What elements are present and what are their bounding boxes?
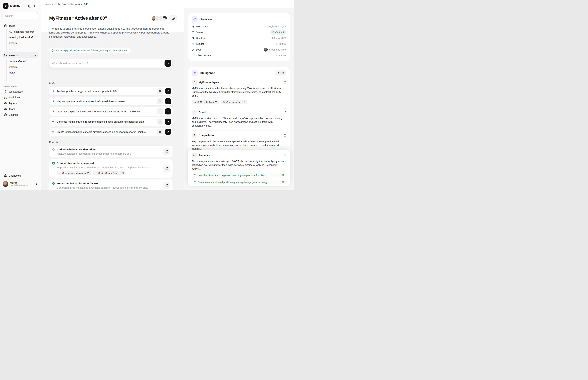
sidebar-bottom: Changelog Martin martin@multiply.co: [2, 173, 38, 187]
sidebar-section-tasks[interactable]: Tasks: [2, 23, 38, 29]
recent-item[interactable]: Tone-of-voice exploration for 60+ Genera…: [49, 179, 172, 190]
users-icon: [191, 152, 197, 158]
asterisk-icon: [52, 100, 55, 103]
projects-more-button[interactable]: ...: [7, 75, 38, 81]
sidebar-item-changelog[interactable]: Changelog: [2, 173, 38, 178]
overview-row-lead: Lead Stephanie Nicol: [192, 47, 286, 53]
attachment-chip[interactable]: Senior Survey Results: [93, 171, 126, 175]
sidebar-section-projects[interactable]: Projects: [2, 52, 38, 58]
avatar: [162, 16, 167, 21]
sidebar-item-settings[interactable]: Settings: [2, 112, 38, 117]
open-result-button[interactable]: [163, 148, 171, 155]
workspace-icon: [4, 90, 7, 93]
open-external-icon: [165, 184, 168, 187]
open-external-icon[interactable]: [284, 154, 286, 157]
close-icon: [159, 120, 161, 123]
pen-icon: [223, 101, 225, 103]
overview-title: Overview: [200, 18, 286, 21]
blocks-icon: [95, 172, 97, 174]
recent-item[interactable]: Audience behavioral deep-dive Analyze up…: [49, 146, 172, 157]
message-heart-icon: [194, 101, 196, 103]
tasks-sublist: 60+ channels research Brand guidelines d…: [2, 29, 38, 51]
file-button[interactable]: File: [275, 70, 286, 76]
run-draft-button[interactable]: [165, 98, 171, 104]
send-button[interactable]: [165, 60, 171, 67]
dismiss-draft-button[interactable]: [157, 118, 163, 125]
sidebar-task-item[interactable]: Brand guidelines draft: [7, 35, 38, 40]
asterisk-icon: [192, 70, 198, 76]
blocks-icon: [58, 172, 61, 174]
workspace-icon: [192, 80, 197, 85]
open-external-icon[interactable]: [284, 111, 286, 114]
tasks-more-button[interactable]: ...: [7, 46, 38, 51]
sidebar: Multiply Tasks 60+ channel: [0, 0, 41, 190]
suggestion-item[interactable]: Own the community-led positioning among …: [191, 180, 286, 185]
guidelines-chip[interactable]: SoMe guidelines: [192, 100, 219, 104]
overview-row-budget: Budget $150 000: [192, 41, 286, 47]
ship-icon: [4, 174, 7, 177]
recent-item[interactable]: Competitive landscape report Mapped 12 s…: [49, 159, 172, 178]
sliders-icon: [171, 17, 175, 20]
collapse-sidebar-button[interactable]: [34, 4, 38, 8]
company-summary: MyFitness is a mid-market fitness chain …: [192, 87, 286, 98]
sidebar-item-workflows[interactable]: Workflows: [2, 95, 38, 100]
arrow-up-right-icon: [167, 110, 170, 113]
user-menu[interactable]: Martin martin@multiply.co: [2, 181, 38, 187]
robot-icon: [4, 102, 7, 105]
search-input[interactable]: [2, 12, 38, 19]
calendar-icon: [192, 37, 194, 39]
project-hero: MyFitness “Active after 60” The goal is …: [41, 8, 184, 38]
app-root: Multiply Tasks 60+ channel: [0, 0, 294, 190]
dismiss-draft-button[interactable]: [157, 129, 163, 135]
run-draft-button[interactable]: [165, 129, 171, 135]
dismiss-draft-button[interactable]: [157, 98, 163, 104]
in-progress-icon: [52, 148, 55, 151]
open-external-icon: [165, 167, 168, 170]
new-task-button[interactable]: [27, 4, 32, 8]
sidebar-project-item-polestar[interactable]: Polestar: [7, 64, 38, 70]
sidebar-project-item-ikea[interactable]: IKEA: [7, 70, 38, 75]
audience-section-header: Audience: [191, 152, 286, 158]
sidebar-item-team[interactable]: Team: [2, 106, 38, 112]
plus-square-icon: [282, 174, 285, 177]
breadcrumb-projects-link[interactable]: Projects: [44, 3, 53, 5]
attachment-chip[interactable]: Competitor benchmarks: [57, 171, 91, 175]
credit-card-icon: [192, 42, 194, 45]
asterisk-icon: [52, 120, 55, 123]
open-result-button[interactable]: [163, 182, 171, 189]
clipboard-icon: [4, 24, 7, 27]
dismiss-draft-button[interactable]: [157, 88, 163, 94]
company-section-header: MyFitness Gyms: [192, 80, 286, 85]
user-badge-icon: [192, 48, 194, 51]
status-message: It is going good! Deliverables are finis…: [56, 49, 128, 52]
dismiss-draft-button[interactable]: [157, 108, 163, 114]
drafts-list: Analyze purchase triggers and barriers s…: [49, 87, 172, 136]
open-external-icon[interactable]: [284, 134, 286, 137]
run-draft-button[interactable]: [165, 88, 171, 94]
user-icon: [192, 54, 194, 57]
run-draft-button[interactable]: [165, 118, 171, 125]
sidebar-item-agents[interactable]: Agents: [2, 100, 38, 106]
sidebar-task-item[interactable]: Emails: [7, 40, 38, 46]
guidelines-chip[interactable]: Copy guidelines: [221, 100, 247, 104]
add-task-button[interactable]: [282, 174, 285, 177]
globe-icon: [192, 16, 198, 22]
brand-icon: B: [192, 110, 197, 115]
sidebar-item-workspaces[interactable]: Workspaces: [2, 89, 38, 95]
plus-square-icon: [282, 181, 285, 184]
sidebar-task-item[interactable]: 60+ channels research: [7, 29, 38, 35]
sidebar-top: Multiply Tasks 60+ channel: [2, 2, 38, 117]
workspace-icon: [192, 25, 194, 28]
prompt-input[interactable]: [49, 59, 172, 68]
plus-square-icon: [28, 4, 32, 8]
open-result-button[interactable]: [163, 165, 171, 172]
sidebar-project-item-active-after-60[interactable]: “Active after 60”: [7, 58, 38, 64]
status-spinner-icon: [51, 49, 54, 52]
run-draft-button[interactable]: [165, 108, 171, 114]
member-avatars[interactable]: [151, 16, 167, 21]
add-task-button[interactable]: [282, 181, 285, 184]
suggestion-item[interactable]: Launch a "First Step" beginner class pro…: [191, 173, 286, 178]
project-settings-button[interactable]: [170, 15, 177, 22]
open-external-icon[interactable]: [284, 81, 286, 84]
workflow-icon: [4, 96, 7, 99]
